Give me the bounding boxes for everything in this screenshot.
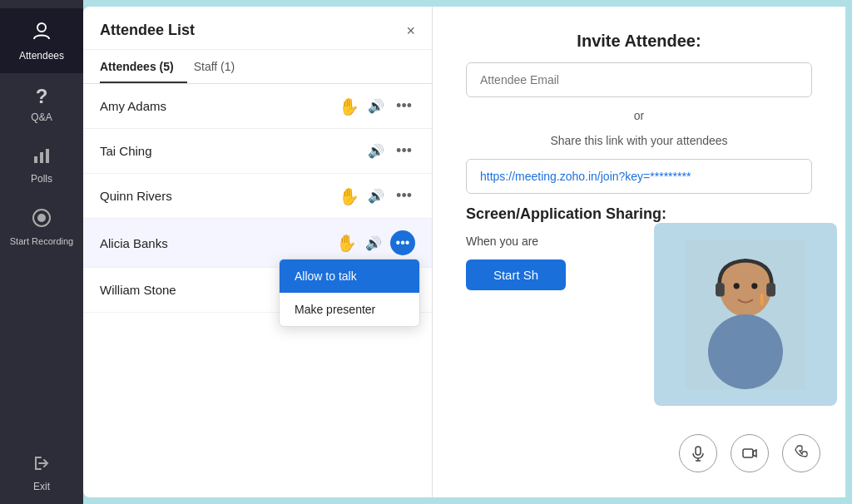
table-row: Quinn Rivers ✋ 🔊 •••: [83, 174, 432, 219]
svg-rect-15: [696, 447, 701, 455]
more-options-button-active[interactable]: •••: [390, 230, 415, 255]
svg-point-0: [37, 23, 46, 32]
close-button[interactable]: ×: [406, 23, 415, 38]
exit-icon: [32, 454, 51, 477]
attendee-list: Amy Adams ✋ 🔊 ••• Tai Ching ✋ 🔊 ••• Quin…: [83, 84, 432, 497]
more-options-button[interactable]: •••: [393, 141, 415, 161]
tab-attendees[interactable]: Attendees (5): [100, 50, 187, 83]
qa-icon: ?: [36, 85, 48, 108]
svg-point-5: [37, 214, 46, 222]
main-content: Attendee List × Attendees (5) Staff (1) …: [83, 7, 845, 497]
sidebar-item-attendees[interactable]: Attendees: [0, 8, 83, 73]
speaker-icon: 🔊: [368, 98, 384, 114]
raise-hand-icon: ✋: [339, 96, 359, 116]
video-thumbnail: [654, 223, 837, 406]
speaker-icon: 🔊: [368, 143, 384, 159]
more-options-button[interactable]: •••: [393, 185, 415, 206]
email-field[interactable]: [466, 62, 812, 97]
raise-hand-icon: ✋: [339, 186, 359, 206]
person-image: [679, 240, 812, 389]
phone-button[interactable]: [782, 434, 820, 472]
recording-icon: [32, 208, 52, 233]
svg-rect-1: [34, 156, 37, 163]
mic-icon: [690, 445, 706, 462]
sidebar-item-recording[interactable]: Start Recording: [0, 196, 83, 259]
tabs-bar: Attendees (5) Staff (1): [83, 50, 432, 84]
attendee-name: Amy Adams: [100, 99, 339, 113]
svg-rect-10: [760, 294, 764, 305]
svg-rect-3: [46, 149, 49, 163]
svg-rect-18: [743, 449, 753, 457]
tab-staff[interactable]: Staff (1): [194, 50, 249, 83]
panel-header: Attendee List ×: [83, 7, 432, 50]
more-options-button[interactable]: •••: [393, 96, 415, 116]
dropdown-item-allow-talk[interactable]: Allow to talk: [280, 259, 419, 293]
attendee-name: Alicia Banks: [100, 236, 336, 250]
screen-share-title: Screen/Application Sharing:: [466, 205, 812, 223]
svg-rect-8: [716, 283, 725, 296]
speaker-icon: 🔊: [368, 188, 384, 204]
table-row: Tai Ching ✋ 🔊 •••: [83, 129, 432, 174]
dropdown-item-make-presenter[interactable]: Make presenter: [280, 293, 419, 326]
invite-title: Invite Attendee:: [466, 32, 812, 51]
svg-rect-2: [40, 152, 43, 163]
attendees-icon: [31, 20, 52, 47]
speaker-icon: 🔊: [365, 235, 382, 251]
sidebar-item-qa-label: Q&A: [31, 111, 52, 123]
right-panel: Invite Attendee: or Share this link with…: [433, 7, 845, 497]
attendee-panel: Attendee List × Attendees (5) Staff (1) …: [83, 7, 433, 497]
sidebar-item-exit-label: Exit: [33, 481, 50, 492]
sidebar-item-polls[interactable]: Polls: [0, 135, 83, 196]
sidebar-item-attendees-label: Attendees: [19, 50, 64, 62]
video-icon: [741, 445, 758, 462]
table-row: Amy Adams ✋ 🔊 •••: [83, 84, 432, 129]
svg-point-14: [708, 314, 783, 389]
attendee-name: Quinn Rivers: [100, 189, 339, 203]
control-buttons: [679, 434, 820, 472]
phone-icon: [793, 445, 810, 462]
panel-title: Attendee List: [100, 22, 195, 39]
start-share-button[interactable]: Start Sh: [466, 259, 566, 290]
sidebar: Attendees ? Q&A Polls Start Recording: [0, 0, 83, 504]
mic-button[interactable]: [679, 434, 717, 472]
raise-hand-icon: ✋: [336, 233, 357, 253]
sidebar-item-recording-label: Start Recording: [10, 236, 73, 247]
svg-point-11: [734, 283, 740, 289]
sidebar-item-qa[interactable]: ? Q&A: [0, 73, 83, 135]
share-link[interactable]: https://meeting.zoho.in/join?key=*******…: [466, 159, 812, 194]
or-label: or: [466, 109, 812, 122]
share-text: Share this link with your attendees: [466, 134, 812, 147]
polls-icon: [32, 146, 51, 170]
svg-rect-9: [766, 283, 775, 296]
sidebar-item-exit[interactable]: Exit: [0, 442, 83, 504]
attendee-name: Tai Ching: [100, 144, 339, 158]
video-button[interactable]: [731, 434, 769, 472]
svg-point-12: [751, 283, 757, 289]
dropdown-menu: Allow to talk Make presenter: [279, 259, 420, 327]
sidebar-item-polls-label: Polls: [31, 173, 52, 185]
table-row: Alicia Banks ✋ 🔊 ••• Allow to talk Make …: [83, 219, 432, 268]
